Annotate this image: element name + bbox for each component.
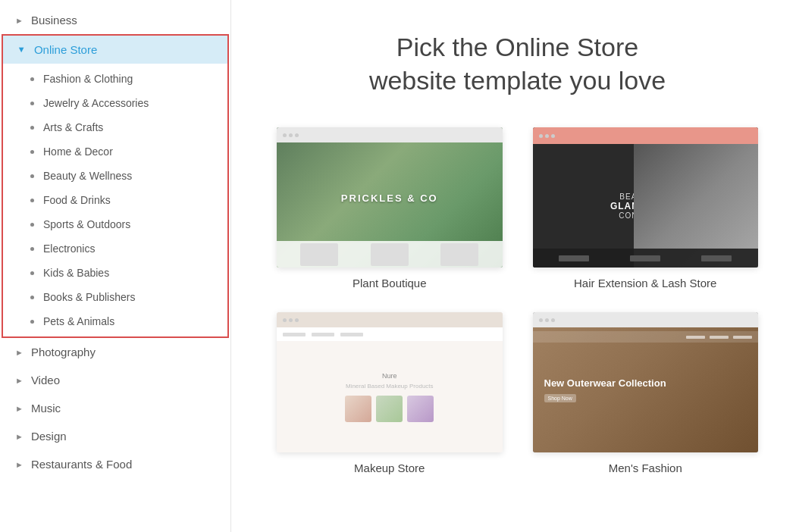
nav-item: [686, 336, 705, 339]
makeup-products: [345, 396, 434, 422]
sidebar-item-photography[interactable]: ► Photography: [0, 338, 230, 366]
template-card-hair-extension[interactable]: BEAUTIFUL. GLAMOROUS. CONFIDENT. Hair Ex…: [533, 127, 759, 289]
browser-dot: [545, 318, 549, 322]
bullet-icon: [30, 150, 34, 154]
browser-dot: [539, 318, 543, 322]
subcategory-home[interactable]: Home & Decor: [3, 139, 227, 164]
footer-item: [371, 243, 409, 266]
sidebar-item-design[interactable]: ► Design: [0, 422, 230, 450]
subcategory-list: Fashion & Clothing Jewelry & Accessories…: [3, 64, 227, 336]
template-thumb-plant-boutique: PRICKLES & CO: [277, 127, 503, 268]
browser-dot: [289, 133, 293, 137]
browser-dot: [283, 133, 287, 137]
footer-item: [559, 255, 589, 261]
footer-item: [300, 243, 338, 266]
subcategory-food[interactable]: Food & Drinks: [3, 188, 227, 212]
nav-item: [710, 336, 729, 339]
subcategory-beauty[interactable]: Beauty & Wellness: [3, 164, 227, 188]
template-label: Plant Boutique: [277, 277, 503, 289]
chevron-right-icon: ►: [15, 376, 24, 385]
bullet-icon: [30, 247, 34, 251]
bullet-icon: [30, 223, 34, 227]
online-store-wrapper: ► Online Store Fashion & Clothing Jewelr…: [2, 34, 229, 338]
browser-dot: [295, 318, 299, 322]
bullet-icon: [30, 174, 34, 178]
bullet-icon: [30, 102, 34, 105]
product-item: [376, 396, 403, 422]
chevron-right-icon: ►: [15, 460, 24, 469]
bullet-icon: [30, 271, 34, 275]
chevron-down-icon: ►: [17, 45, 27, 54]
template-card-plant-boutique[interactable]: PRICKLES & CO Plant Boutique: [277, 127, 503, 289]
browser-dot: [295, 133, 299, 137]
product-item: [345, 396, 371, 422]
browser-dot: [551, 318, 555, 322]
template-card-mens-fashion[interactable]: New Outerwear Collection Shop Now Men's …: [533, 312, 759, 474]
template-label: Men's Fashion: [533, 462, 759, 474]
nav-item: [733, 336, 752, 339]
template-card-makeup-store[interactable]: Nure Mineral Based Makeup Products Makeu…: [277, 312, 503, 474]
mens-nav: [533, 331, 759, 343]
templates-grid: PRICKLES & CO Plant Boutique: [277, 127, 758, 474]
product-item: [407, 396, 434, 422]
chevron-right-icon: ►: [15, 348, 24, 357]
subcategory-electronics[interactable]: Electronics: [3, 236, 227, 261]
mens-overlay-text: New Outerwear Collection Shop Now: [544, 377, 666, 403]
nav-item: [283, 333, 306, 336]
sidebar-item-restaurants[interactable]: ► Restaurants & Food: [0, 450, 230, 478]
subcategory-sports[interactable]: Sports & Outdoors: [3, 212, 227, 236]
chevron-right-icon: ►: [15, 432, 24, 441]
nav-item: [312, 333, 334, 336]
bullet-icon: [30, 77, 34, 81]
subcategory-arts[interactable]: Arts & Crafts: [3, 115, 227, 139]
chevron-right-icon: ►: [15, 404, 24, 413]
browser-dot: [545, 134, 549, 138]
subcategory-kids[interactable]: Kids & Babies: [3, 261, 227, 285]
bullet-icon: [30, 296, 34, 299]
chevron-right-icon: ►: [15, 16, 24, 25]
subcategory-books[interactable]: Books & Publishers: [3, 285, 227, 309]
bullet-icon: [30, 126, 34, 130]
sidebar: ► Business ► Online Store Fashion & Clot…: [0, 0, 231, 532]
sidebar-item-music[interactable]: ► Music: [0, 394, 230, 422]
template-label: Makeup Store: [277, 462, 503, 474]
shop-btn: Shop Now: [544, 394, 576, 402]
browser-dot: [539, 134, 543, 138]
template-label: Hair Extension & Lash Store: [533, 277, 759, 289]
sidebar-item-video[interactable]: ► Video: [0, 366, 230, 394]
main-content: Pick the Online Store website template y…: [231, 0, 796, 532]
makeup-store-title: Nure: [382, 372, 397, 380]
template-thumb-mens-fashion: New Outerwear Collection Shop Now: [533, 312, 759, 452]
template-thumb-makeup-store: Nure Mineral Based Makeup Products: [277, 312, 503, 452]
footer-item: [630, 255, 660, 261]
bullet-icon: [30, 199, 34, 202]
page-title: Pick the Online Store website template y…: [277, 30, 758, 97]
browser-dot: [551, 134, 555, 138]
template-thumb-hair-extension: BEAUTIFUL. GLAMOROUS. CONFIDENT.: [533, 127, 759, 268]
sidebar-item-online-store[interactable]: ► Online Store: [3, 36, 227, 64]
subcategory-pets[interactable]: Pets & Animals: [3, 309, 227, 333]
bullet-icon: [30, 320, 34, 324]
nav-item: [340, 333, 363, 336]
footer-item: [440, 243, 478, 266]
brand-text: PRICKLES & CO: [341, 192, 438, 203]
footer-item: [701, 255, 732, 261]
browser-dot: [289, 318, 293, 322]
sidebar-item-business[interactable]: ► Business: [0, 6, 230, 34]
subcategory-fashion[interactable]: Fashion & Clothing: [3, 67, 227, 91]
subcategory-jewelry[interactable]: Jewelry & Accessories: [3, 91, 227, 115]
makeup-store-subtitle: Mineral Based Makeup Products: [346, 383, 434, 390]
browser-dot: [283, 318, 287, 322]
